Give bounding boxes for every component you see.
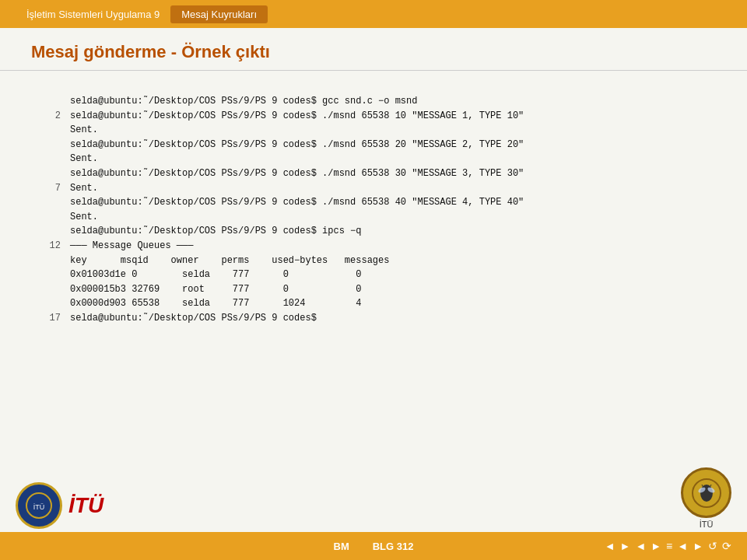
line-text: Sent. (70, 152, 98, 166)
line-number: 2 (47, 109, 70, 124)
logo-left: İTÜ İTÜ (16, 482, 103, 529)
line-text: 0x000015b3 32769 root 777 0 0 (70, 282, 361, 297)
terminal-line: 2selda@ubuntu:˜/Desktop/COS PSs/9/PS 9 c… (47, 109, 700, 124)
line-text: selda@ubuntu:˜/Desktop/COS PSs/9/PS 9 co… (70, 94, 417, 109)
line-text: ——— Message Queues ——— (70, 239, 193, 254)
logos-area: İTÜ İTÜ İTÜ (0, 467, 747, 529)
terminal-line: Sent. (47, 123, 700, 138)
nav-search-icon[interactable]: ⟳ (722, 540, 731, 552)
bottom-controls[interactable]: ◄ ► ◄ ► ≡ ◄ ► ↺ ⟳ (605, 540, 731, 552)
terminal-line: selda@ubuntu:˜/Desktop/COS PSs/9/PS 9 co… (47, 138, 700, 152)
terminal-line: selda@ubuntu:˜/Desktop/COS PSs/9/PS 9 co… (47, 94, 700, 109)
nav-item-topic[interactable]: Mesaj Kuyrukları (170, 5, 268, 23)
main-content: selda@ubuntu:˜/Desktop/COS PSs/9/PS 9 co… (0, 71, 747, 334)
nav-prev2-icon[interactable]: ◄ (677, 540, 688, 552)
itu-label-right: İTÜ (700, 520, 714, 529)
nav-prev-icon[interactable]: ◄ (605, 540, 615, 552)
terminal-line: 0x0000d903 65538 selda 777 1024 4 (47, 296, 700, 311)
line-number: 12 (47, 239, 70, 254)
terminal-block: selda@ubuntu:˜/Desktop/COS PSs/9/PS 9 co… (47, 94, 700, 326)
nav-end-icon[interactable]: ↺ (708, 540, 717, 552)
line-text: Sent. (70, 123, 98, 138)
svg-point-0 (26, 493, 51, 518)
terminal-line: 0x000015b3 32769 root 777 0 0 (47, 282, 700, 297)
terminal-line: Sent. (47, 210, 700, 225)
nav-item-course[interactable]: İşletim Sistemleri Uygulama 9 (16, 5, 170, 23)
logo-right: İTÜ (681, 467, 731, 529)
terminal-line: 12——— Message Queues ——— (47, 239, 700, 254)
nav-prev-page-icon[interactable]: ◄ (635, 540, 646, 552)
nav-next-page-icon[interactable]: ► (651, 540, 661, 552)
nav-next-icon[interactable]: ► (620, 540, 631, 552)
terminal-line: key msqid owner perms used−bytes message… (47, 254, 700, 268)
nav-next2-icon[interactable]: ► (693, 540, 703, 552)
itu-logo-right (681, 467, 731, 518)
terminal-line: 17selda@ubuntu:˜/Desktop/COS PSs/9/PS 9 … (47, 311, 700, 326)
svg-point-3 (700, 485, 713, 502)
terminal-line: Sent. (47, 152, 700, 166)
line-text: Sent. (70, 210, 98, 225)
bottom-label-bm: BM (334, 541, 349, 552)
bottom-center: BM BLG 312 (334, 541, 414, 552)
svg-text:İTÜ: İTÜ (33, 503, 45, 511)
svg-line-7 (710, 485, 711, 488)
line-text: selda@ubuntu:˜/Desktop/COS PSs/9/PS 9 co… (70, 195, 524, 210)
svg-point-2 (693, 479, 721, 507)
line-number: 17 (47, 311, 70, 326)
page-title: Mesaj gönderme - Örnek çıktı (31, 42, 716, 62)
top-navigation: İşletim Sistemleri Uygulama 9 Mesaj Kuyr… (0, 0, 747, 28)
line-text: key msqid owner perms used−bytes message… (70, 254, 389, 268)
bottom-label-blg: BLG 312 (373, 541, 414, 552)
terminal-line: selda@ubuntu:˜/Desktop/COS PSs/9/PS 9 co… (47, 195, 700, 210)
line-text: 0x01003d1e 0 selda 777 0 0 (70, 268, 361, 282)
line-number: 7 (47, 181, 70, 196)
line-text: selda@ubuntu:˜/Desktop/COS PSs/9/PS 9 co… (70, 166, 524, 181)
terminal-line: selda@ubuntu:˜/Desktop/COS PSs/9/PS 9 co… (47, 166, 700, 181)
itu-label-left: İTÜ (68, 493, 103, 518)
line-text: selda@ubuntu:˜/Desktop/COS PSs/9/PS 9 co… (70, 224, 361, 239)
nav-list-icon[interactable]: ≡ (666, 540, 672, 552)
line-text: selda@ubuntu:˜/Desktop/COS PSs/9/PS 9 co… (70, 109, 524, 124)
bottom-bar: BM BLG 312 ◄ ► ◄ ► ≡ ◄ ► ↺ ⟳ (0, 532, 747, 560)
line-text: selda@ubuntu:˜/Desktop/COS PSs/9/PS 9 co… (70, 311, 317, 326)
line-text: 0x0000d903 65538 selda 777 1024 4 (70, 296, 361, 311)
title-area: Mesaj gönderme - Örnek çıktı (0, 28, 747, 71)
line-text: Sent. (70, 181, 98, 196)
line-text: selda@ubuntu:˜/Desktop/COS PSs/9/PS 9 co… (70, 138, 524, 152)
itu-logo-left: İTÜ (16, 482, 62, 529)
svg-line-6 (702, 485, 703, 488)
terminal-line: selda@ubuntu:˜/Desktop/COS PSs/9/PS 9 co… (47, 224, 700, 239)
svg-point-5 (707, 485, 716, 493)
terminal-line: 7Sent. (47, 181, 700, 196)
svg-point-4 (697, 485, 707, 493)
terminal-line: 0x01003d1e 0 selda 777 0 0 (47, 268, 700, 282)
